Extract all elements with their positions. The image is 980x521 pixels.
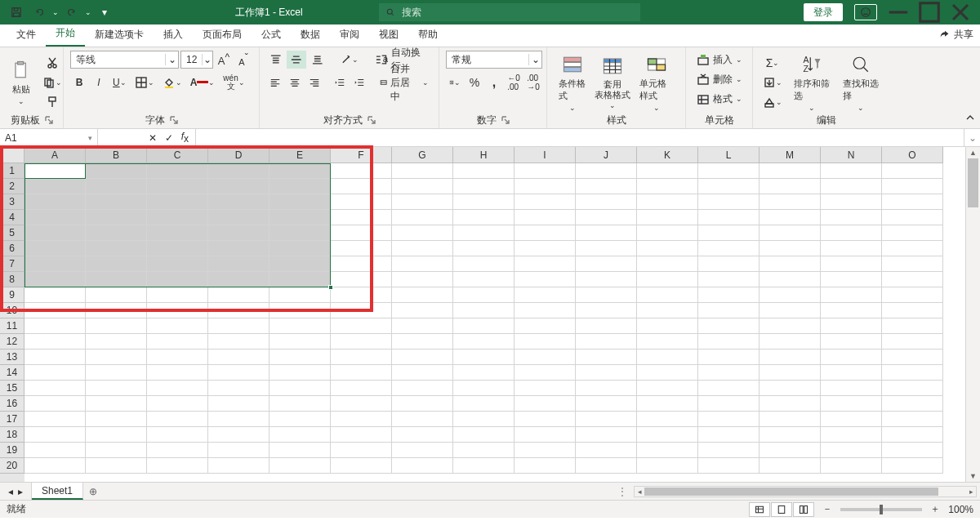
cell-J19[interactable] [576, 443, 637, 458]
cell-O3[interactable] [882, 194, 943, 210]
row-header-9[interactable]: 9 [0, 287, 24, 303]
cell-J11[interactable] [576, 318, 637, 334]
cell-J12[interactable] [576, 334, 637, 350]
cell-G6[interactable] [392, 241, 453, 256]
row-header-20[interactable]: 20 [0, 458, 24, 474]
enter-formula-icon[interactable]: ✓ [165, 132, 173, 144]
cell-F14[interactable] [331, 365, 392, 381]
cell-E19[interactable] [270, 443, 331, 458]
cell-C19[interactable] [147, 443, 208, 458]
cell-K13[interactable] [637, 350, 698, 365]
cell-I1[interactable] [514, 163, 576, 179]
cell-I4[interactable] [514, 210, 576, 225]
cell-H12[interactable] [453, 334, 514, 350]
align-launcher-icon[interactable] [368, 116, 376, 124]
cell-F18[interactable] [331, 427, 392, 443]
cell-E10[interactable] [270, 303, 331, 318]
cell-O19[interactable] [882, 443, 943, 458]
column-header-M[interactable]: M [760, 147, 821, 163]
cell-F11[interactable] [331, 318, 392, 334]
cell-B2[interactable] [86, 179, 147, 194]
cell-E13[interactable] [270, 350, 331, 365]
row-header-7[interactable]: 7 [0, 256, 24, 272]
cell-D17[interactable] [208, 412, 270, 427]
add-sheet-button[interactable]: ⊕ [83, 486, 103, 497]
tab-home[interactable]: 开始 [46, 21, 85, 47]
zoom-in-button[interactable]: ＋ [930, 502, 940, 516]
cell-C13[interactable] [147, 350, 208, 365]
cell-C2[interactable] [147, 179, 208, 194]
cell-E6[interactable] [270, 241, 331, 256]
tab-view[interactable]: 视图 [369, 23, 408, 47]
cell-L7[interactable] [698, 256, 760, 272]
cell-B6[interactable] [86, 241, 147, 256]
tab-review[interactable]: 审阅 [330, 23, 369, 47]
cell-D12[interactable] [208, 334, 270, 350]
row-header-2[interactable]: 2 [0, 179, 24, 194]
cell-B9[interactable] [86, 287, 147, 303]
cell-O2[interactable] [882, 179, 943, 194]
merge-center-button[interactable]: 合并后居中⌄ [376, 73, 432, 91]
row-header-18[interactable]: 18 [0, 427, 24, 443]
cell-D2[interactable] [208, 179, 270, 194]
format-as-table-button[interactable]: 套用 表格格式⌄ [592, 53, 633, 110]
cell-G17[interactable] [392, 412, 453, 427]
cell-M6[interactable] [760, 241, 821, 256]
clipboard-launcher-icon[interactable] [45, 116, 53, 124]
normal-view-button[interactable] [749, 502, 770, 517]
increase-decimal-button[interactable]: ←0.00 [505, 73, 523, 91]
sheet-nav-next[interactable]: ▸ [18, 486, 23, 497]
cell-E1[interactable] [270, 163, 331, 179]
cell-D20[interactable] [208, 458, 270, 474]
cell-O12[interactable] [882, 334, 943, 350]
cell-H2[interactable] [453, 179, 514, 194]
cell-B13[interactable] [86, 350, 147, 365]
cell-K17[interactable] [637, 412, 698, 427]
feedback-button[interactable] [854, 4, 877, 20]
cell-H16[interactable] [453, 396, 514, 412]
cell-C17[interactable] [147, 412, 208, 427]
cell-I15[interactable] [514, 381, 576, 396]
cell-H8[interactable] [453, 272, 514, 287]
cell-A10[interactable] [24, 303, 86, 318]
horizontal-scrollbar[interactable]: ◂ ▸ [634, 486, 977, 497]
cell-G8[interactable] [392, 272, 453, 287]
cell-H19[interactable] [453, 443, 514, 458]
cell-C1[interactable] [147, 163, 208, 179]
cell-M17[interactable] [760, 412, 821, 427]
vertical-scrollbar[interactable]: ▲ ▼ [965, 147, 980, 482]
cell-O6[interactable] [882, 241, 943, 256]
cell-M18[interactable] [760, 427, 821, 443]
cell-H11[interactable] [453, 318, 514, 334]
tab-insert[interactable]: 插入 [154, 23, 193, 47]
cell-H9[interactable] [453, 287, 514, 303]
copy-button[interactable]: ⌄ [39, 73, 65, 91]
maximize-button[interactable] [915, 3, 944, 21]
cell-G7[interactable] [392, 256, 453, 272]
cell-I12[interactable] [514, 334, 576, 350]
cell-O15[interactable] [882, 381, 943, 396]
cell-F12[interactable] [331, 334, 392, 350]
cell-A20[interactable] [24, 458, 86, 474]
cell-D11[interactable] [208, 318, 270, 334]
column-header-J[interactable]: J [576, 147, 637, 163]
cell-F15[interactable] [331, 381, 392, 396]
cell-M8[interactable] [760, 272, 821, 287]
cell-K16[interactable] [637, 396, 698, 412]
cell-M12[interactable] [760, 334, 821, 350]
column-header-N[interactable]: N [821, 147, 882, 163]
row-header-19[interactable]: 19 [0, 443, 24, 458]
cell-F7[interactable] [331, 256, 392, 272]
cell-K15[interactable] [637, 381, 698, 396]
cell-M20[interactable] [760, 458, 821, 474]
cell-N2[interactable] [821, 179, 882, 194]
cell-E14[interactable] [270, 365, 331, 381]
pinyin-button[interactable]: wén 文⌄ [220, 73, 247, 91]
cell-A3[interactable] [24, 194, 86, 210]
cell-O11[interactable] [882, 318, 943, 334]
cell-F9[interactable] [331, 287, 392, 303]
cell-F8[interactable] [331, 272, 392, 287]
cell-N17[interactable] [821, 412, 882, 427]
cell-B1[interactable] [86, 163, 147, 179]
cell-N9[interactable] [821, 287, 882, 303]
